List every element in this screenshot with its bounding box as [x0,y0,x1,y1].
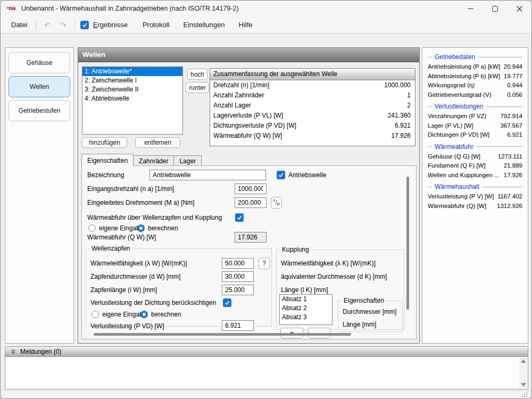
list-item[interactable]: 4: Abtriebswelle [82,94,182,103]
bezeichnung-input[interactable] [149,170,266,180]
vertical-scrollbar-thumb[interactable] [406,177,409,310]
waermeabfuhr-qw-value [235,232,267,243]
result-row: Wirkungsgrad (η)0.944 [428,81,522,90]
list-item[interactable]: Absatz 3 [280,313,332,322]
redo-icon[interactable]: ↷ [55,21,71,29]
kupplung-laenge-label: Länge (l K) [mm] [281,285,328,295]
summary-row: Anzahl Lager2 [210,101,415,111]
messages-body [5,357,528,389]
status-bar [1,390,531,399]
shaft-listbox[interactable]: 1: Antriebswelle* 2: Zwischenwelle I 3: … [82,66,183,135]
wellenzapfen-group-title: Wellenzapfen [89,245,132,252]
menu-bar: Datei ↶ ↷ Ergebnisse Protokoll Einstellu… [1,16,531,34]
maximize-icon [492,6,498,12]
remove-shaft-button[interactable]: entfernen [135,137,180,148]
sidebar-item-wellen[interactable]: Wellen [9,76,70,97]
check-icon [278,172,284,178]
move-up-button[interactable]: hoch [187,69,207,80]
result-row: Abtriebsleistung (P b) [kW]19.777 [428,72,522,81]
close-button[interactable] [507,1,531,16]
navigation-sidebar: Gehäuse Wellen Getriebestufen [5,47,74,344]
undo-icon[interactable]: ↶ [39,21,55,29]
tab-zahnraeder[interactable]: Zahnräder [133,155,174,166]
page-title: Wellen [78,48,419,62]
verlustleistung-input[interactable] [222,320,254,331]
check-icon [225,300,230,305]
minimize-icon [468,6,473,12]
move-down-button[interactable]: runter [186,82,209,93]
waermeabfuhr-checkbox[interactable] [235,213,244,222]
summary-panel: Zusammenfassung der ausgewählten Welle D… [210,68,415,146]
menu-separator [36,20,36,30]
summary-row: Drehzahl (n) [1/min]1000.000 [210,80,415,90]
minimize-button[interactable] [458,1,483,16]
zapfenlaenge-input[interactable] [222,285,254,295]
menu-ergebnisse[interactable]: Ergebnisse [92,19,133,31]
check-icon [82,22,87,28]
zapfendurchmesser-label: Zapfendurchmesser (d W) [mm] [90,271,180,282]
main-panel: Wellen 1: Antriebswelle* 2: Zwischenwell… [78,47,420,344]
list-item[interactable]: 1: Antriebswelle* [82,67,182,76]
resize-grip[interactable] [526,396,527,397]
drehmoment-input[interactable] [235,197,267,208]
wz-eigene-eingabe-radio[interactable] [92,311,99,318]
messages-header[interactable]: Meldungen (0) [5,346,528,357]
kupplung-leitfaehigkeit-label: Wärmeleitfähigkeit (λ K) [W/(mK)] [281,258,376,269]
sidebar-item-gehaeuse[interactable]: Gehäuse [9,52,70,73]
wellenzapfen-group: Wellenzapfen Wärmeleitfähigkeit (λ W) [W… [86,245,272,327]
results-panel: Getriebedaten Antriebsleistung (P a) [kW… [422,47,528,344]
verlustleistung-label: Verlustleistung (P VD) [W] [90,321,164,331]
menu-datei[interactable]: Datei [6,19,32,31]
result-row: Wellen und Kupplungen ...17.926 [428,171,522,180]
kupplung-durchmesser-label: äquivalenter Durchmesser (d K) [mm] [281,271,387,282]
add-shaft-button[interactable]: hinzufügen [82,137,127,148]
maximize-button[interactable] [483,1,507,16]
results-section-title: Wärmeabfuhr [428,143,522,151]
menu-hilfe[interactable]: Hilfe [234,19,258,31]
waermeabfuhr-qw-label: Wärmeabfuhr (Q W) [W] [87,232,156,243]
torque-power-toggle-button[interactable]: T/P [271,197,282,209]
dichtung-checkbox-label: Verlustleistung der Dichtung berücksicht… [90,297,216,308]
summary-row: Dichtungsverluste (P VD) [W]6.921 [210,121,415,131]
ergebnisse-checkbox[interactable] [80,21,89,29]
zapfenlaenge-label: Zapfenlänge (l W) [mm] [90,285,157,295]
eingangsdrehzahl-input[interactable] [235,184,267,194]
scroll-down-icon[interactable] [521,383,526,387]
absatz-listbox[interactable]: Absatz 1 Absatz 2 Absatz 3 [279,294,332,325]
result-row: Lager (P VL) [W]367.567 [428,121,522,131]
list-item[interactable]: Absatz 2 [280,304,332,313]
sidebar-item-getriebestufen[interactable]: Getriebestufen [9,100,70,121]
kupplung-group-title: Kupplung [280,246,311,253]
messages-scrollbar[interactable] [519,358,527,388]
results-section-title: Getriebedaten [428,53,522,61]
menu-einstellungen[interactable]: Einstellungen [178,19,230,31]
result-row: Antriebsleistung (P a) [kW]20.944 [428,62,522,72]
antriebswelle-checkbox-label: Antriebswelle [288,170,326,180]
window-controls [458,1,531,16]
tab-lager[interactable]: Lager [173,155,202,166]
result-row: Wärmeabfuhr (Q) [W]1312.926 [428,202,522,211]
leitfaehigkeit-input[interactable] [222,258,254,269]
collapse-chevron-icon[interactable] [11,349,16,354]
eigene-eingabe-radio[interactable] [88,225,96,232]
zapfendurchmesser-input[interactable] [222,271,254,282]
drehmoment-label: Eingeleitetes Drehmoment (M a) [Nm] [87,197,194,208]
result-row: Getriebeverlustgrad (V)0.056 [428,90,522,100]
horizontal-scrollbar-thumb[interactable] [94,333,351,336]
dichtung-checkbox[interactable] [223,298,231,307]
scroll-up-icon[interactable] [521,359,526,363]
summary-row: Wärmeabfuhr (Q W) [W]17.926 [210,131,415,141]
close-icon [517,6,522,12]
help-button[interactable]: ? [259,257,270,269]
waermeabfuhr-checkbox-label: Wärmeabfuhr über Wellenzapfen und Kupplu… [87,212,222,223]
list-item[interactable]: 2: Zwischenwelle I [82,76,182,85]
tab-eigenschaften[interactable]: Eigenschaften [81,154,134,166]
wz-berechnen-radio[interactable] [140,311,148,318]
berechnen-radio[interactable] [137,225,145,232]
leitfaehigkeit-label: Wärmeleitfähigkeit (λ W) [W/(mK)] [90,258,187,269]
menu-protokoll[interactable]: Protokoll [137,19,175,31]
antriebswelle-checkbox[interactable] [277,171,285,179]
title-bar: *tbk Unbenannt - Wärmehaushalt in Zahnra… [1,1,531,16]
list-item[interactable]: 3: Zwischenwelle II [82,85,182,94]
list-item[interactable]: Absatz 1 [280,295,332,304]
